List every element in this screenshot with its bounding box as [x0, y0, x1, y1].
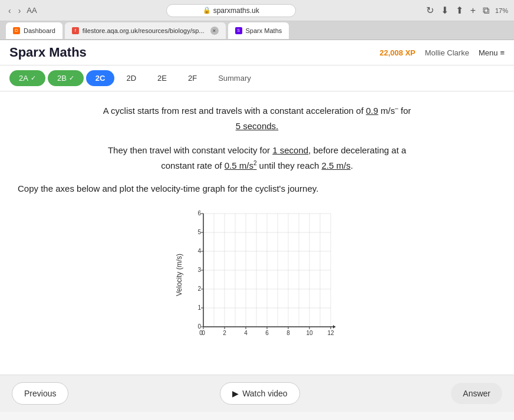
- problem-line2: 5 seconds.: [18, 119, 496, 134]
- share-button[interactable]: ⬆: [454, 4, 464, 17]
- check-icon-2A: ✓: [31, 74, 36, 82]
- sup-minus: –: [395, 105, 398, 111]
- graph-wrapper: Velocity (m/s): [18, 208, 496, 343]
- main-content: A cyclist starts from rest and travels w…: [0, 91, 514, 375]
- nav-tab-2B-label: 2B: [57, 74, 67, 83]
- bottom-bar: Previous ▶ Watch video Answer: [0, 375, 514, 412]
- previous-button[interactable]: Previous: [12, 382, 68, 405]
- download-button[interactable]: ⬇: [440, 4, 450, 17]
- check-icon-2B: ✓: [69, 74, 74, 82]
- lock-icon: 🔒: [203, 6, 211, 14]
- underline-rate: 0.5 m/s2: [225, 160, 257, 170]
- nav-tab-2E-label: 2E: [157, 74, 167, 83]
- sup-2: 2: [253, 160, 257, 166]
- filestore-close-button[interactable]: ×: [210, 27, 219, 35]
- user-name: Mollie Clarke: [425, 48, 469, 57]
- tab-dashboard[interactable]: D Dashboard: [6, 22, 62, 39]
- problem-line3: They then travel with constant velocity …: [18, 143, 496, 158]
- nav-tab-2C-label: 2C: [95, 74, 106, 83]
- y-axis-label: Velocity (m/s): [175, 254, 183, 296]
- problem-text: A cyclist starts from rest and travels w…: [18, 103, 496, 133]
- underline-1sec: 1 second: [272, 145, 308, 155]
- back-button[interactable]: ‹: [6, 5, 14, 17]
- video-icon: ▶: [232, 389, 239, 398]
- tab-sparxmaths-label: Sparx Maths: [246, 27, 282, 34]
- tab-filestore-label: filestore.aqa.org.uk/resources/biology/s…: [83, 27, 205, 34]
- previous-label: Previous: [24, 389, 56, 398]
- nav-tab-2B[interactable]: 2B ✓: [48, 70, 84, 86]
- browser-navigation: ‹ › AA: [6, 5, 37, 17]
- nav-tab-2E[interactable]: 2E: [148, 70, 176, 86]
- sparxmaths-favicon: S: [235, 27, 242, 34]
- sparx-logo: Sparx Maths: [9, 45, 87, 60]
- menu-button[interactable]: Menu ≡: [479, 48, 505, 57]
- header-right: 22,008 XP Mollie Clarke Menu ≡: [380, 48, 505, 57]
- nav-tab-2A[interactable]: 2A ✓: [9, 70, 45, 86]
- underline-seconds: 5 seconds.: [236, 121, 279, 131]
- copy-button[interactable]: ⧉: [482, 4, 490, 17]
- filestore-favicon: f: [72, 27, 79, 34]
- forward-button[interactable]: ›: [16, 5, 24, 17]
- problem-line1: A cyclist starts from rest and travels w…: [18, 103, 496, 119]
- address-bar-container: 🔒 sparxmaths.uk: [42, 4, 420, 17]
- problem-text-2: They then travel with constant velocity …: [18, 143, 496, 173]
- nav-tab-2F[interactable]: 2F: [179, 70, 206, 86]
- tab-bar: D Dashboard f filestore.aqa.org.uk/resou…: [0, 21, 514, 40]
- problem-line4: constant rate of 0.5 m/s2 until they rea…: [18, 158, 496, 173]
- menu-icon: ≡: [500, 48, 505, 57]
- nav-tab-2F-label: 2F: [188, 74, 197, 83]
- answer-label: Answer: [463, 389, 490, 398]
- new-tab-button[interactable]: +: [469, 4, 477, 17]
- browser-chrome: ‹ › AA 🔒 sparxmaths.uk ↻ ⬇ ⬆ + ⧉ 17%: [0, 0, 514, 21]
- graph-canvas: [186, 208, 339, 343]
- aa-text: AA: [27, 6, 37, 15]
- watch-video-label: Watch video: [242, 389, 288, 398]
- tab-filestore[interactable]: f filestore.aqa.org.uk/resources/biology…: [65, 22, 226, 39]
- graph-container: Velocity (m/s): [175, 208, 339, 343]
- watch-video-button[interactable]: ▶ Watch video: [220, 382, 300, 405]
- reload-button[interactable]: ↻: [425, 4, 435, 17]
- nav-tab-2D[interactable]: 2D: [117, 70, 146, 86]
- dashboard-favicon: D: [13, 27, 20, 34]
- underline-reach: 2.5 m/s: [322, 160, 351, 170]
- graph-area: [186, 208, 339, 343]
- nav-tab-2A-label: 2A: [19, 74, 28, 83]
- address-bar[interactable]: 🔒 sparxmaths.uk: [166, 4, 296, 17]
- address-text: sparxmaths.uk: [213, 6, 259, 15]
- nav-tab-summary-label: Summary: [218, 74, 251, 83]
- nav-tab-2C[interactable]: 2C: [86, 70, 115, 86]
- nav-tab-summary[interactable]: Summary: [209, 70, 261, 86]
- copy-instruction: Copy the axes below and plot the velocit…: [18, 182, 496, 196]
- nav-tabs: 2A ✓ 2B ✓ 2C 2D 2E 2F Summary: [0, 65, 514, 91]
- answer-button[interactable]: Answer: [451, 383, 502, 404]
- battery-indicator: 17%: [495, 7, 508, 14]
- xp-badge: 22,008 XP: [380, 48, 416, 57]
- browser-actions: ↻ ⬇ ⬆ + ⧉ 17%: [425, 4, 508, 17]
- menu-label: Menu: [479, 48, 498, 57]
- nav-tab-2D-label: 2D: [126, 74, 136, 83]
- tab-dashboard-label: Dashboard: [24, 27, 55, 34]
- tab-sparxmaths[interactable]: S Sparx Maths: [228, 22, 289, 39]
- underline-value: 0.9: [366, 106, 378, 116]
- sparx-header: Sparx Maths 22,008 XP Mollie Clarke Menu…: [0, 40, 514, 65]
